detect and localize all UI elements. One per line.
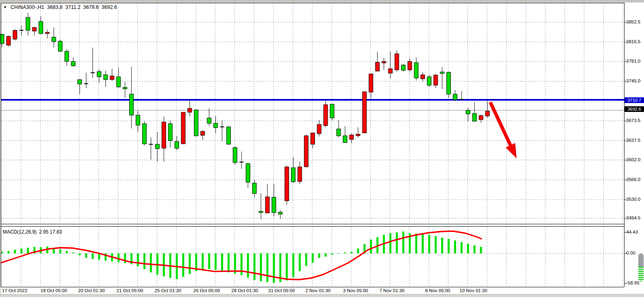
time-tick-label: 3 Nov 05:00: [343, 288, 368, 293]
symbol-period-label: CHINA300-,H1: [11, 4, 44, 10]
macd-tick-label: -58.95: [626, 280, 640, 285]
time-tick-label: 25 Oct 01:30: [155, 288, 181, 293]
current-price-badge: 3692.6: [625, 106, 644, 112]
time-tick-label: 10 Nov 01:30: [460, 288, 487, 293]
price-tick-label: 3566.0: [626, 177, 640, 182]
price-tick-label: 3602.0: [626, 157, 640, 162]
price-tick-label: 3530.0: [626, 197, 640, 202]
price-tick-label: 3745.0: [626, 78, 640, 83]
time-tick-label: 31 Oct 05:00: [268, 288, 295, 293]
scrollbar-thumb[interactable]: [638, 253, 644, 282]
time-tick-label: 26 Oct 05:00: [193, 288, 220, 293]
time-tick-label: 2 Nov 01:30: [305, 288, 330, 293]
scrollbar-thumb-top: [638, 253, 644, 267]
ohlc-low: 3679.6: [83, 4, 99, 10]
time-tick-label: 8 Nov 05:00: [425, 288, 450, 293]
hline-price-badge: 3710.7: [625, 97, 644, 103]
price-tick-label: 3637.5: [626, 138, 640, 143]
window-top-edge: [0, 0, 644, 3]
time-tick-label: 20 Oct 01:30: [78, 288, 105, 293]
chart-header: ▼ CHINA300-,H1 3683.8 3711.2 3679.6 3692…: [3, 4, 117, 10]
time-tick-label: 7 Nov 01:30: [379, 288, 405, 293]
price-tick-label: 3852.5: [626, 19, 640, 24]
ohlc-close: 3692.6: [102, 4, 117, 10]
scrollbar-thumb-stripes: [638, 267, 644, 282]
ohlc-high: 3711.2: [66, 4, 80, 10]
price-tick-label: 3494.5: [626, 215, 640, 220]
time-tick-label: 28 Oct 01:30: [231, 288, 258, 293]
symbol-dropdown-icon[interactable]: ▼: [3, 5, 7, 10]
price-tick-label: 3781.0: [626, 59, 640, 63]
macd-tick-label: 44.43: [626, 230, 638, 234]
ohlc-open: 3683.8: [47, 4, 62, 10]
time-tick-label: 18 Oct 05:00: [40, 288, 67, 293]
mt4-chart-window: ▼ CHINA300-,H1 3683.8 3711.2 3679.6 3692…: [0, 0, 644, 297]
macd-tick-label: 0.00: [626, 251, 635, 255]
indicator-label: MACD(12,26,9) 2.95 17.83: [3, 229, 62, 235]
time-tick-label: 17 Oct 2022: [2, 288, 28, 293]
time-tick-label: 21 Oct 05:00: [117, 288, 143, 293]
indicator-values: 2.95 17.83: [39, 229, 62, 235]
price-tick-label: 3816.5: [626, 39, 640, 44]
indicator-name: MACD(12,26,9): [3, 229, 36, 235]
price-tick-label: 3673.5: [626, 118, 640, 123]
chart-canvas[interactable]: [0, 0, 644, 297]
